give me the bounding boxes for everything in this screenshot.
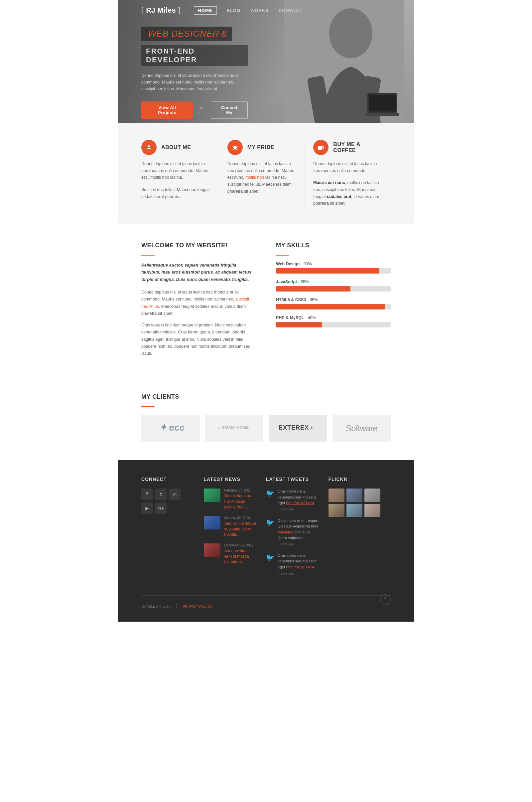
tweet-link-3[interactable]: http://bit.ly/3j4ir4 bbox=[286, 565, 314, 569]
feature-about-text2: Suscipit nec tellus. Maecenas feugiat so… bbox=[141, 186, 210, 200]
news-item-1: February 07, 2013 Donec dapibus nisl et … bbox=[204, 489, 256, 510]
skill-html5-label: HTML5 & CSS3 - 95% bbox=[276, 297, 391, 302]
feature-pride: MY PRIDE Donec dapibus nisl et lacus lac… bbox=[227, 140, 305, 207]
tweet-time-2: 6 days ago bbox=[278, 542, 319, 547]
flickr-thumb-3[interactable] bbox=[364, 489, 380, 502]
news-link-2[interactable]: Sed lacinia neque vulputate libero bland… bbox=[225, 521, 256, 537]
social-facebook[interactable]: f bbox=[141, 489, 153, 500]
tweet-text-1: Cras libero risus, venenatis sed molesti… bbox=[278, 489, 319, 512]
nav-contact[interactable]: CONTACT bbox=[279, 8, 302, 13]
skills-underline bbox=[276, 255, 289, 256]
tweet-link-1[interactable]: http://bit.ly/3j4ir4 bbox=[286, 501, 314, 505]
skill-webdesign: Web Design - 90% bbox=[276, 261, 391, 274]
footer-tweets: LATEST TWEETS 🐦 Cras libero risus, venen… bbox=[266, 476, 328, 582]
skill-javascript-bar-bg bbox=[276, 286, 391, 292]
skill-php-bar-bg bbox=[276, 322, 391, 327]
skill-webdesign-label: Web Design - 90% bbox=[276, 261, 391, 266]
client-software[interactable]: Software bbox=[332, 415, 391, 442]
view-projects-button[interactable]: View All Projects bbox=[141, 102, 193, 119]
footer-grid: CONNECT f t in g+ rss LATEST NEWS Februa… bbox=[141, 476, 391, 582]
main-content: WELCOME TO MY WEBSITE! Pellentesque auct… bbox=[118, 224, 414, 380]
client-exterex[interactable]: EXTEREX✦ bbox=[269, 415, 327, 442]
main-nav: HOME BLOG WORKS CONTACT bbox=[194, 6, 302, 15]
welcome-title: WELCOME TO MY WEBSITE! bbox=[141, 242, 256, 249]
skills-title: MY SKILLS bbox=[276, 242, 391, 249]
tweet-item-3: 🐦 Cras libero risus, venenatis sed moles… bbox=[266, 553, 319, 576]
social-twitter[interactable]: t bbox=[155, 489, 167, 500]
skill-html5-bar-bg bbox=[276, 304, 391, 309]
pride-link[interactable]: mollis non bbox=[245, 175, 264, 180]
coffee-icon bbox=[313, 140, 328, 155]
feature-pride-text: Donec dapibus nisl et lacus lacinia nec … bbox=[227, 160, 297, 195]
flickr-title: FLICKR bbox=[328, 476, 381, 482]
footer-news: LATEST NEWS February 07, 2013 Donec dapi… bbox=[204, 476, 266, 582]
skill-html5: HTML5 & CSS3 - 95% bbox=[276, 297, 391, 309]
nav-blog[interactable]: BLOG bbox=[227, 8, 241, 13]
news-item-3: December 21, 2012 Aenean vitae sem id ma… bbox=[204, 543, 256, 565]
flickr-thumb-5[interactable] bbox=[346, 504, 362, 517]
skill-php: PHP & MySQL - 40% bbox=[276, 315, 391, 327]
svg-text:⌂ SMARTHOME: ⌂ SMARTHOME bbox=[218, 425, 249, 429]
client-smarthome[interactable]: ⌂ SMARTHOME bbox=[205, 415, 264, 442]
social-rss[interactable]: rss bbox=[155, 503, 167, 514]
tweet-bird-1: 🐦 bbox=[266, 489, 274, 497]
features-section: ABOUT ME Donec dapibus nisl et lacus lac… bbox=[118, 123, 414, 224]
feature-about-title: ABOUT ME bbox=[161, 144, 191, 150]
skill-html5-bar-fill bbox=[276, 304, 385, 309]
hero-buttons: View All Projects - or - Contact Me bbox=[141, 102, 248, 119]
social-linkedin[interactable]: in bbox=[169, 489, 180, 500]
client-eco-logo: ✦ eco bbox=[157, 421, 184, 436]
client-exterex-logo: EXTEREX✦ bbox=[278, 421, 318, 436]
feature-coffee: BUY ME A COFFEE Donec dapibus nisl et la… bbox=[313, 140, 391, 207]
tweet-bird-2: 🐦 bbox=[266, 518, 274, 526]
logo-bracket-right: ] bbox=[178, 6, 180, 15]
svg-point-7 bbox=[148, 145, 150, 147]
contact-me-button[interactable]: Contact Me bbox=[211, 102, 248, 119]
logo[interactable]: [ RJ Miles ] bbox=[141, 6, 180, 15]
nav-home[interactable]: HOME bbox=[194, 6, 217, 15]
footer-privacy-link[interactable]: PRIVACY POLICY bbox=[183, 604, 213, 608]
news-content-3: December 21, 2012 Aenean vitae sem id ma… bbox=[225, 543, 256, 565]
news-item-2: January 02, 2013 Sed lacinia neque vulpu… bbox=[204, 516, 256, 537]
feature-about-text: Donec dapibus nisl et lacus lacinia nec … bbox=[141, 160, 210, 181]
feature-about: ABOUT ME Donec dapibus nisl et lacus lac… bbox=[141, 140, 219, 207]
feature-coffee-text: Donec dapibus nisl et lacus lacinia nec … bbox=[313, 160, 382, 174]
news-link-1[interactable]: Donec dapibus nisl et lacus lacinia rhon… bbox=[225, 493, 256, 510]
flickr-thumb-4[interactable] bbox=[328, 504, 344, 517]
news-link-3[interactable]: Aenean vitae sem id massa bibendum... bbox=[225, 548, 256, 565]
svg-text:✦: ✦ bbox=[309, 425, 314, 431]
footer-flickr: FLICKR bbox=[328, 476, 391, 582]
skill-javascript-bar-fill bbox=[276, 286, 350, 292]
flickr-thumb-1[interactable] bbox=[328, 489, 344, 502]
news-content-2: January 02, 2013 Sed lacinia neque vulpu… bbox=[225, 516, 256, 537]
clients-section: MY CLIENTS ✦ eco ⌂ SMARTHOME EXTEREX✦ So… bbox=[118, 380, 414, 460]
feature-pride-title: MY PRIDE bbox=[247, 144, 274, 150]
tweet-item-1: 🐦 Cras libero risus, venenatis sed moles… bbox=[266, 489, 319, 512]
news-date-3: December 21, 2012 bbox=[225, 543, 256, 547]
social-googleplus[interactable]: g+ bbox=[141, 503, 153, 514]
footer-bottom: RJ MILES © 2013 | PRIVACY POLICY ^ bbox=[141, 595, 391, 612]
news-thumb-3 bbox=[204, 543, 221, 557]
clients-grid: ✦ eco ⌂ SMARTHOME EXTEREX✦ Software bbox=[141, 415, 391, 442]
nav-works[interactable]: WORKS bbox=[250, 8, 269, 13]
skill-webdesign-bar-fill bbox=[276, 268, 379, 274]
welcome-body1-link[interactable]: suscipit nec tellus bbox=[141, 297, 249, 309]
feature-coffee-text2: Mauris est nunc, mollis non lacinia nec,… bbox=[313, 179, 382, 207]
hero-description: Donec dapibus nisl et lacus lacinia nec … bbox=[141, 72, 248, 92]
tweet-hashtag[interactable]: #hashtag bbox=[278, 530, 293, 534]
news-title: LATEST NEWS bbox=[204, 476, 256, 482]
svg-text:✦ eco: ✦ eco bbox=[159, 422, 184, 433]
tweet-text-2: Duis mollis enim neque. Quisque adipisci… bbox=[278, 518, 319, 547]
client-eco[interactable]: ✦ eco bbox=[141, 415, 200, 442]
scroll-top-button[interactable]: ^ bbox=[380, 594, 391, 605]
welcome-underline bbox=[141, 255, 155, 256]
tweet-bird-3: 🐦 bbox=[266, 553, 274, 561]
flickr-thumb-2[interactable] bbox=[346, 489, 362, 502]
tweet-time-1: 6 days ago bbox=[278, 507, 319, 512]
hero-title-frontend: FRONT-END DEVELOPER bbox=[141, 45, 248, 66]
flickr-thumb-6[interactable] bbox=[364, 504, 380, 517]
skill-php-bar-fill bbox=[276, 322, 322, 327]
clients-underline bbox=[141, 406, 155, 407]
footer: CONNECT f t in g+ rss LATEST NEWS Februa… bbox=[118, 460, 414, 622]
tweet-item-2: 🐦 Duis mollis enim neque. Quisque adipis… bbox=[266, 518, 319, 547]
